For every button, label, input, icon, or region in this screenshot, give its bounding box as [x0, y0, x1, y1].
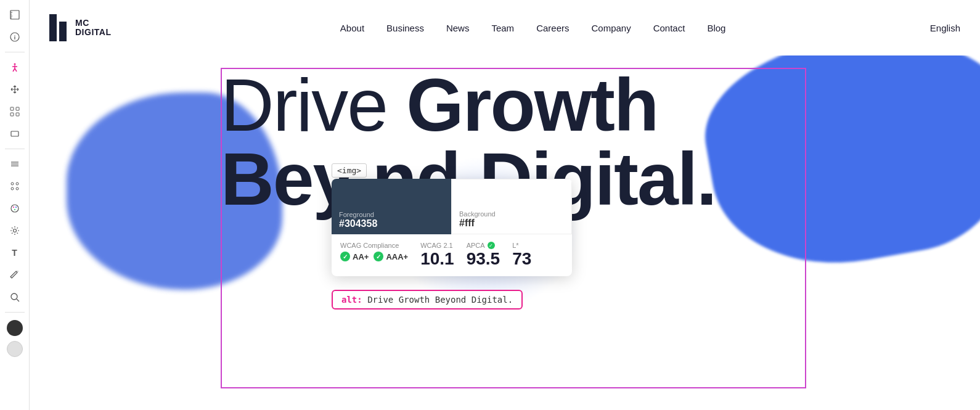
lstar-value: 73	[512, 249, 531, 269]
foreground-value: #304358	[339, 218, 444, 229]
main-content: MC DIGITAL About Business News Team Care…	[30, 0, 980, 410]
wcag-aa-badge: ✓ AA+	[340, 252, 369, 261]
svg-line-10	[13, 68, 15, 72]
careers-link[interactable]: Careers	[536, 23, 569, 33]
nav-links: About Business News Team Careers Company…	[136, 23, 929, 33]
hero-section: Drive Growth Bey nd Digital. <img> Foreg…	[30, 55, 980, 410]
svg-point-27	[14, 209, 15, 210]
info-icon[interactable]: i	[5, 27, 25, 47]
wcag21-title: WCAG 2.1	[420, 242, 454, 249]
contrast-metrics: WCAG Compliance ✓ AA+ ✓ AAA+ WCAG 2.1	[332, 234, 572, 276]
contrast-swatches: Foreground #304358 Background #fff	[332, 179, 572, 234]
logo-icon	[49, 14, 69, 41]
apca-title: APCA	[467, 242, 485, 249]
svg-text:i: i	[14, 35, 15, 41]
logo[interactable]: MC DIGITAL	[49, 14, 111, 41]
svg-point-21	[16, 182, 18, 185]
svg-rect-12	[10, 107, 14, 110]
move-icon[interactable]	[5, 80, 25, 99]
svg-point-22	[11, 187, 14, 190]
svg-point-23	[16, 187, 18, 190]
foreground-swatch: Foreground #304358	[332, 179, 451, 234]
aa-check-icon: ✓	[340, 252, 350, 261]
background-label: Background	[459, 210, 564, 218]
typography-icon[interactable]: T	[5, 243, 25, 263]
svg-point-7	[14, 64, 15, 65]
svg-rect-32	[49, 14, 57, 41]
grid-icon[interactable]	[5, 102, 25, 121]
palette-icon[interactable]	[5, 199, 25, 218]
wcag21-section: WCAG 2.1 10.1	[420, 242, 454, 269]
svg-rect-14	[10, 113, 14, 116]
logo-text: MC DIGITAL	[75, 18, 111, 38]
svg-rect-33	[59, 22, 67, 41]
svg-rect-0	[10, 10, 19, 19]
lstar-section: L* 73	[512, 242, 531, 269]
settings-icon[interactable]	[5, 221, 25, 240]
wcag-aaa-badge: ✓ AAA+	[374, 252, 408, 261]
svg-rect-13	[16, 107, 19, 110]
img-tag-label: <img>	[332, 163, 367, 178]
svg-point-20	[11, 182, 14, 185]
left-sidebar: i T	[0, 0, 30, 410]
hero-line1-normal: Drive	[221, 64, 406, 146]
company-link[interactable]: Company	[591, 23, 631, 33]
svg-point-25	[13, 207, 14, 208]
apca-section: APCA ✓ 93.5	[467, 242, 500, 269]
wcag-badges: ✓ AA+ ✓ AAA+	[340, 252, 408, 261]
color-swatch-dark[interactable]	[7, 320, 23, 336]
wcag-compliance-section: WCAG Compliance ✓ AA+ ✓ AAA+	[340, 242, 408, 261]
ruler-icon[interactable]	[5, 5, 25, 25]
alt-text-value: Drive Growth Beyond Digital.	[362, 295, 513, 305]
news-link[interactable]: News	[446, 23, 470, 33]
wcag21-value: 10.1	[420, 249, 454, 269]
navbar: MC DIGITAL About Business News Team Care…	[30, 0, 980, 55]
apca-check-icon: ✓	[488, 242, 495, 249]
apca-title-area: APCA ✓	[467, 242, 500, 249]
alt-key-label: alt:	[341, 295, 362, 305]
hero-line1-bold: Growth	[406, 64, 658, 146]
foreground-label: Foreground	[339, 211, 444, 218]
svg-point-24	[11, 205, 18, 212]
contact-link[interactable]: Contact	[653, 23, 685, 33]
svg-rect-16	[11, 131, 18, 136]
svg-point-30	[11, 293, 17, 300]
alt-text-bar: alt: Drive Growth Beyond Digital.	[332, 290, 523, 310]
frame-icon[interactable]	[5, 124, 25, 144]
aaa-check-icon: ✓	[374, 252, 383, 261]
team-link[interactable]: Team	[491, 23, 514, 33]
svg-line-31	[17, 299, 19, 301]
divider3	[5, 312, 25, 313]
background-swatch: Background #fff	[451, 179, 572, 234]
accessibility-icon[interactable]	[5, 57, 25, 77]
hero-line1: Drive Growth	[221, 68, 980, 142]
color-swatch-light[interactable]	[7, 341, 23, 357]
business-link[interactable]: Business	[386, 23, 424, 33]
svg-line-11	[15, 68, 17, 72]
svg-point-26	[15, 207, 17, 208]
about-link[interactable]: About	[340, 23, 364, 33]
pen-icon[interactable]	[5, 265, 25, 285]
wcag-title: WCAG Compliance	[340, 242, 408, 249]
apca-value: 93.5	[467, 249, 500, 269]
elements-icon[interactable]	[5, 176, 25, 196]
layers-icon[interactable]	[5, 154, 25, 174]
lstar-title: L*	[512, 242, 531, 249]
svg-point-28	[13, 229, 16, 232]
search-icon[interactable]	[5, 287, 25, 307]
blog-link[interactable]: Blog	[707, 23, 725, 33]
contrast-popup: Foreground #304358 Background #fff WCAG …	[332, 179, 572, 276]
divider	[5, 52, 25, 52]
background-value: #fff	[459, 218, 564, 229]
language-selector[interactable]: English	[930, 23, 960, 33]
divider2	[5, 149, 25, 149]
svg-rect-15	[16, 113, 19, 116]
